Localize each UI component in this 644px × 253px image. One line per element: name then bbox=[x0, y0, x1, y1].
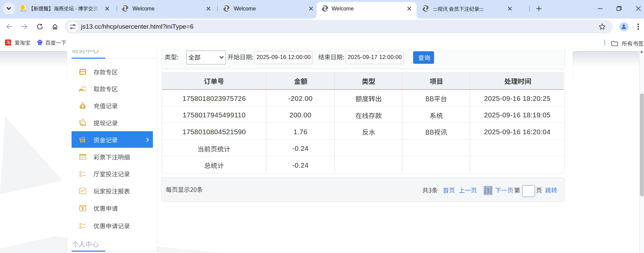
svg-text:du: du bbox=[39, 43, 42, 45]
